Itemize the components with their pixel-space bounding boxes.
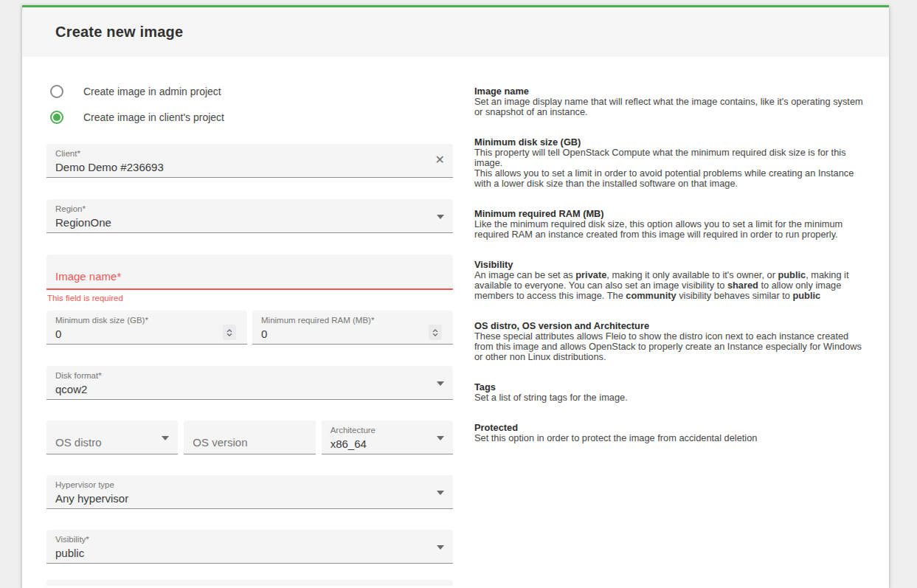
- chevron-down-icon: [437, 491, 444, 495]
- region-select-label: Region*: [55, 204, 444, 214]
- chevron-up-icon: [432, 329, 438, 332]
- help-title: Protected: [474, 423, 864, 433]
- help-text: Set an image display name that will refl…: [474, 97, 864, 117]
- project-radio-group: Create image in admin project Create ima…: [46, 85, 453, 124]
- help-column: Image name Set an image display name tha…: [474, 85, 864, 586]
- min-disk-size-input[interactable]: Minimum disk size (GB)* 0: [46, 311, 247, 345]
- os-distro-select[interactable]: OS distro: [46, 421, 178, 454]
- visibility-select[interactable]: Visibility* public: [46, 530, 453, 564]
- os-version-input[interactable]: OS version: [184, 421, 315, 454]
- help-text: This allows you to set a limit in order …: [474, 168, 864, 189]
- help-title: Visibility: [474, 260, 864, 270]
- min-disk-size-value: 0: [55, 327, 238, 341]
- help-title: OS distro, OS version and Architecture: [474, 321, 864, 331]
- disk-format-value: qcow2: [55, 382, 444, 396]
- help-text: These special attributes allows Fleio to…: [474, 331, 864, 362]
- min-ram-stepper[interactable]: [429, 325, 442, 340]
- min-ram-label: Minimum required RAM (MB)*: [261, 316, 444, 325]
- os-version-placeholder: OS version: [193, 435, 306, 449]
- client-field[interactable]: Client* Demo Demo #236693 ✕: [46, 144, 453, 178]
- help-title: Minimum disk size (GB): [474, 137, 864, 148]
- image-name-error: This field is required: [47, 294, 453, 303]
- min-ram-value: 0: [261, 327, 444, 341]
- help-section-protected: Protected Set this option in order to pr…: [474, 423, 864, 443]
- distro-row: OS distro OS version Architecture x86_64: [46, 421, 453, 454]
- architecture-value: x86_64: [331, 437, 444, 451]
- chevron-down-icon: [162, 436, 169, 440]
- hypervisor-type-select[interactable]: Hypervisor type Any hypervisor: [46, 475, 453, 509]
- client-field-label: Client*: [55, 149, 444, 159]
- min-ram-input[interactable]: Minimum required RAM (MB)* 0: [252, 311, 453, 345]
- radio-option-client-project[interactable]: Create image in client's project: [46, 111, 453, 124]
- help-section-os-distro: OS distro, OS version and Architecture T…: [474, 321, 864, 362]
- help-text: This property will tell OpenStack Comput…: [474, 148, 864, 168]
- disk-format-label: Disk format*: [55, 371, 444, 381]
- architecture-select[interactable]: Architecture x86_64: [322, 421, 453, 454]
- help-section-tags: Tags Set a list of string tags for the i…: [474, 382, 864, 403]
- radio-unchecked-icon: [50, 85, 63, 98]
- chevron-down-icon: [437, 436, 444, 440]
- image-form: Create image in admin project Create ima…: [46, 85, 453, 586]
- chevron-down-icon: [437, 215, 444, 219]
- architecture-label: Architecture: [331, 426, 444, 435]
- help-title: Minimum required RAM (MB): [474, 209, 864, 219]
- size-row: Minimum disk size (GB)* 0 Minimum requir…: [46, 311, 453, 345]
- help-text: Set a list of string tags for the image.: [474, 392, 864, 403]
- os-distro-placeholder: OS distro: [55, 435, 169, 449]
- image-name-input[interactable]: Image name*: [46, 255, 453, 290]
- radio-option-label: Create image in client's project: [83, 111, 224, 123]
- image-name-group: Image name* This field is required: [46, 255, 453, 303]
- hypervisor-type-label: Hypervisor type: [55, 480, 444, 490]
- next-field-partial[interactable]: [46, 580, 453, 586]
- min-disk-size-label: Minimum disk size (GB)*: [55, 316, 238, 325]
- create-image-card: Create new image Create image in admin p…: [22, 5, 889, 588]
- card-header: Create new image: [22, 7, 889, 57]
- client-field-value: Demo Demo #236693: [55, 160, 444, 174]
- help-section-min-disk: Minimum disk size (GB) This property wil…: [474, 137, 864, 189]
- chevron-down-icon: [432, 333, 438, 336]
- radio-checked-icon: [50, 111, 63, 124]
- help-text: Set this option in order to protect the …: [474, 433, 864, 443]
- region-select[interactable]: Region* RegionOne: [46, 199, 453, 233]
- help-section-min-ram: Minimum required RAM (MB) Like the minim…: [474, 209, 864, 240]
- help-text: Like the minimum required disk size, thi…: [474, 219, 864, 240]
- help-text: An image can be set as private, making i…: [474, 270, 864, 301]
- region-select-value: RegionOne: [55, 215, 444, 229]
- image-name-label: Image name*: [55, 270, 444, 283]
- help-section-visibility: Visibility An image can be set as privat…: [474, 260, 864, 301]
- card-body: Create image in admin project Create ima…: [22, 57, 889, 586]
- help-title: Image name: [474, 86, 864, 97]
- help-title: Tags: [474, 382, 864, 392]
- clear-client-icon[interactable]: ✕: [435, 153, 445, 167]
- visibility-label: Visibility*: [55, 535, 444, 544]
- visibility-value: public: [55, 546, 444, 560]
- chevron-down-icon: [226, 333, 232, 336]
- chevron-down-icon: [437, 545, 444, 550]
- chevron-down-icon: [437, 381, 444, 386]
- help-section-image-name: Image name Set an image display name tha…: [474, 86, 864, 117]
- radio-option-admin-project[interactable]: Create image in admin project: [46, 85, 453, 98]
- disk-format-select[interactable]: Disk format* qcow2: [46, 366, 453, 400]
- min-disk-size-stepper[interactable]: [223, 325, 236, 340]
- page-title: Create new image: [55, 24, 183, 41]
- radio-option-label: Create image in admin project: [83, 86, 221, 97]
- chevron-up-icon: [226, 329, 232, 332]
- hypervisor-type-value: Any hypervisor: [55, 491, 444, 505]
